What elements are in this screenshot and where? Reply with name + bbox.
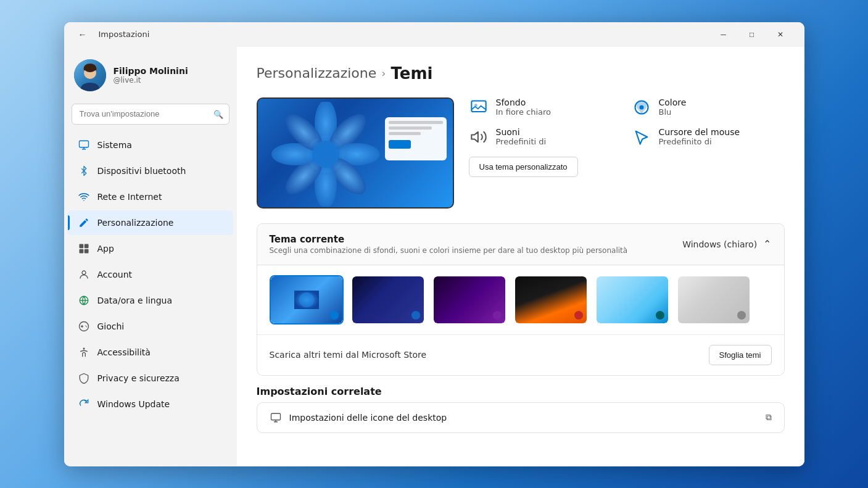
sidebar: Filippo Molinini @live.it 🔍 Sistema	[64, 47, 237, 466]
bluetooth-icon	[78, 165, 90, 177]
sidebar-item-label: Privacy e sicurezza	[97, 373, 180, 383]
accessibility-icon	[78, 346, 90, 358]
shield-icon	[78, 372, 90, 384]
theme-dot-1	[330, 311, 339, 320]
user-email: @live.it	[114, 76, 188, 85]
sidebar-item-accessibilita[interactable]: Accessibilità	[68, 340, 233, 365]
cursore-value: Predefinito di	[659, 137, 740, 146]
window-controls: ─ □ ✕	[709, 25, 795, 44]
cursore-label: Cursore del mouse	[659, 127, 740, 137]
sidebar-item-personalizzazione[interactable]: Personalizzazione	[68, 210, 233, 235]
search-input[interactable]	[72, 104, 229, 125]
suoni-info: Suoni Predefiniti di	[496, 127, 547, 146]
store-row: Scarica altri temi dal Microsoft Store S…	[257, 334, 784, 375]
collapse-icon[interactable]: ⌃	[763, 238, 771, 250]
maximize-button[interactable]: □	[738, 25, 766, 44]
sidebar-item-rete[interactable]: Rete e Internet	[68, 184, 233, 209]
user-profile[interactable]: Filippo Molinini @live.it	[64, 54, 237, 104]
suoni-detail: Suoni Predefiniti di	[469, 127, 622, 147]
search-box: 🔍	[72, 104, 229, 125]
breadcrumb-separator: ›	[381, 67, 386, 80]
theme-preview-section: Sfondo In fiore chiaro	[257, 97, 785, 209]
search-icon: 🔍	[213, 109, 223, 118]
flower-decoration	[264, 102, 387, 207]
close-button[interactable]: ✕	[766, 25, 795, 44]
svg-point-12	[86, 326, 87, 328]
sidebar-item-label: Dispositivi bluetooth	[97, 166, 186, 176]
sidebar-item-sistema[interactable]: Sistema	[68, 133, 233, 157]
colore-icon	[632, 97, 651, 117]
svg-rect-8	[84, 249, 88, 253]
avatar	[74, 59, 106, 91]
main-content: Filippo Molinini @live.it 🔍 Sistema	[64, 47, 804, 466]
breadcrumb-current: Temi	[391, 64, 433, 83]
theme-dot-3	[493, 311, 502, 320]
back-button[interactable]: ←	[74, 26, 91, 43]
user-name: Filippo Molinini	[114, 66, 188, 76]
sidebar-item-label: Personalizzazione	[97, 218, 174, 228]
theme-dot-5	[656, 311, 664, 320]
svg-point-4	[83, 200, 85, 201]
use-theme-button[interactable]: Usa tema personalizzato	[469, 157, 578, 177]
browse-themes-button[interactable]: Sfoglia temi	[709, 345, 772, 365]
theme-dot-6	[737, 311, 746, 320]
theme-dot-4	[574, 311, 583, 320]
monitor-icon	[78, 139, 90, 151]
person-icon	[78, 268, 90, 281]
current-theme-name: Windows (chiaro)	[682, 239, 757, 249]
theme-thumb-6[interactable]	[677, 275, 751, 325]
sfondo-detail: Sfondo In fiore chiaro	[469, 97, 622, 117]
brush-icon	[78, 217, 90, 229]
sidebar-item-update[interactable]: Windows Update	[68, 392, 233, 416]
breadcrumb-parent[interactable]: Personalizzazione	[257, 65, 377, 81]
sfondo-value: In fiore chiaro	[496, 107, 552, 117]
colore-detail: Colore Blu	[632, 97, 785, 117]
cursore-icon	[632, 127, 651, 147]
theme-preview	[257, 97, 454, 209]
sidebar-item-bluetooth[interactable]: Dispositivi bluetooth	[68, 159, 233, 183]
sidebar-item-giochi[interactable]: Giochi	[68, 314, 233, 339]
theme-thumb-3[interactable]	[432, 275, 506, 325]
current-theme-section: Tema corrente Scegli una combinazione di…	[257, 223, 785, 376]
svg-rect-6	[84, 244, 88, 248]
theme-dot-2	[411, 311, 420, 320]
suoni-value: Predefiniti di	[496, 137, 547, 146]
theme-thumb-4[interactable]	[514, 275, 588, 325]
content-area: Personalizzazione › Temi	[237, 47, 804, 466]
sidebar-item-label: Account	[97, 270, 133, 279]
suoni-icon	[469, 127, 489, 147]
sidebar-item-label: App	[97, 244, 114, 254]
theme-thumb-5[interactable]	[595, 275, 669, 325]
svg-point-9	[82, 271, 86, 275]
gamepad-icon	[78, 320, 90, 333]
theme-thumb-2[interactable]	[351, 275, 425, 325]
themes-grid	[257, 265, 784, 334]
titlebar: ← Impostazioni ─ □ ✕	[64, 22, 804, 47]
svg-point-11	[85, 325, 86, 326]
breadcrumb: Personalizzazione › Temi	[257, 64, 785, 83]
sidebar-item-app[interactable]: App	[68, 236, 233, 261]
colore-info: Colore Blu	[659, 97, 687, 117]
theme-thumb-1[interactable]	[270, 275, 344, 325]
sfondo-info: Sfondo In fiore chiaro	[496, 97, 552, 117]
desktop-icon	[270, 411, 282, 424]
section-header-text: Tema corrente Scegli una combinazione di…	[270, 234, 628, 255]
sidebar-item-data[interactable]: Data/ora e lingua	[68, 288, 233, 313]
svg-rect-24	[471, 101, 486, 112]
minimize-button[interactable]: ─	[709, 25, 738, 44]
apps-icon	[78, 242, 90, 255]
section-header: Tema corrente Scegli una combinazione di…	[257, 224, 784, 265]
sidebar-item-privacy[interactable]: Privacy e sicurezza	[68, 366, 233, 391]
sidebar-item-label: Giochi	[97, 321, 125, 331]
related-item-icons[interactable]: Impostazioni delle icone del desktop ⧉	[257, 402, 785, 433]
store-text: Scarica altri temi dal Microsoft Store	[270, 350, 427, 360]
sidebar-item-account[interactable]: Account	[68, 262, 233, 287]
settings-window: ← Impostazioni ─ □ ✕	[64, 22, 804, 466]
svg-rect-7	[79, 249, 83, 253]
external-link-icon: ⧉	[766, 412, 772, 423]
svg-rect-3	[79, 141, 88, 147]
svg-rect-5	[79, 244, 83, 248]
sfondo-label: Sfondo	[496, 97, 552, 107]
svg-point-29	[299, 292, 314, 307]
sfondo-icon	[469, 97, 489, 117]
